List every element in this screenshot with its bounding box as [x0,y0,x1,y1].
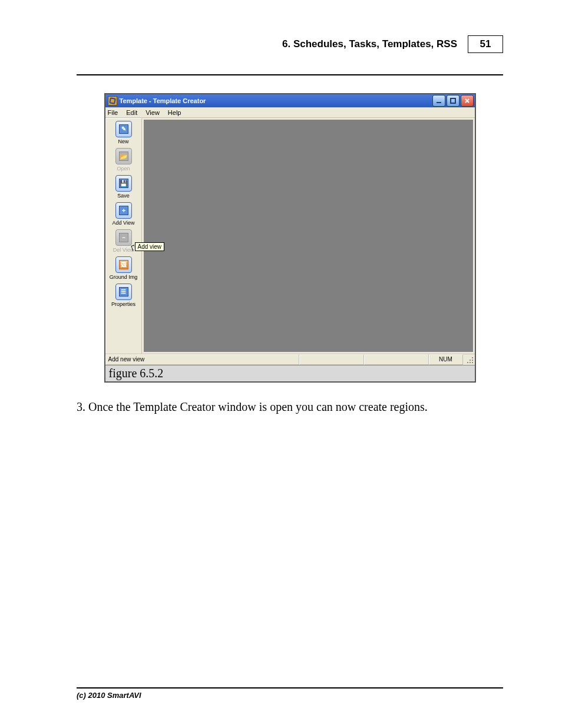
titlebar[interactable]: Template - Template Creator [105,94,475,107]
svg-rect-3 [472,360,473,361]
maximize-button[interactable] [447,95,459,107]
status-cell-2 [364,354,429,365]
resize-grip-icon[interactable] [463,354,475,365]
ground-img-icon [115,256,132,273]
figure-6-5-2: Template - Template Creator File Edit [104,93,476,383]
window-title: Template - Template Creator [120,97,432,104]
del-view-icon [115,229,132,246]
svg-rect-7 [467,362,468,363]
open-button[interactable]: Open [107,147,141,173]
new-button[interactable]: New [107,120,141,146]
svg-rect-4 [470,360,471,361]
properties-label: Properties [111,301,135,307]
header-section-title: 6. Schedules, Tasks, Templates, RSS [282,38,457,50]
app-icon [108,96,117,106]
menu-view[interactable]: View [146,109,160,116]
new-icon [115,121,132,137]
status-cell-1 [299,354,364,365]
page-footer: (c) 2010 SmartAVI [77,687,503,700]
save-button[interactable]: Save [107,174,141,200]
add-view-button[interactable]: Add View [107,201,141,227]
svg-rect-0 [437,102,441,103]
status-message: Add new view [105,354,299,365]
save-label: Save [117,193,130,199]
menu-help[interactable]: Help [168,109,181,116]
app-body: New Open Save Add View [105,118,475,354]
page-header: 6. Schedules, Tasks, Templates, RSS 51 [77,35,503,57]
statusbar: Add new view NUM [105,354,475,365]
ground-img-label: Ground Img [110,274,138,280]
page-number: 51 [468,35,503,53]
minimize-button[interactable] [432,95,445,107]
new-label: New [118,139,128,144]
properties-icon [115,284,132,300]
add-view-label: Add View [113,220,135,226]
save-icon [115,175,132,192]
vertical-toolbar: New Open Save Add View [105,118,142,354]
window-buttons [432,95,474,107]
status-num-indicator: NUM [429,354,463,365]
svg-rect-2 [472,357,473,358]
svg-rect-6 [470,362,471,363]
menubar: File Edit View Help [105,107,475,118]
canvas-area[interactable] [144,120,473,352]
ground-img-button[interactable]: Ground Img [107,255,141,281]
open-icon [115,148,132,164]
copyright-text: (c) 2010 SmartAVI [77,691,503,700]
del-view-label: Del View [113,247,134,253]
template-creator-window: Template - Template Creator File Edit [105,94,475,365]
figure-caption: figure 6.5.2 [105,365,475,381]
add-view-icon [115,202,132,219]
menu-edit[interactable]: Edit [126,109,137,116]
svg-rect-5 [472,362,473,363]
svg-rect-1 [451,98,455,103]
menu-file[interactable]: File [108,109,118,116]
footer-rule [77,687,503,689]
step-3-text: 3. Once the Template Creator window is o… [77,400,503,414]
header-rule [77,74,503,75]
open-label: Open [117,166,130,172]
close-button[interactable] [461,95,474,107]
tooltip-add-view: Add view [135,242,165,251]
properties-button[interactable]: Properties [107,282,141,308]
